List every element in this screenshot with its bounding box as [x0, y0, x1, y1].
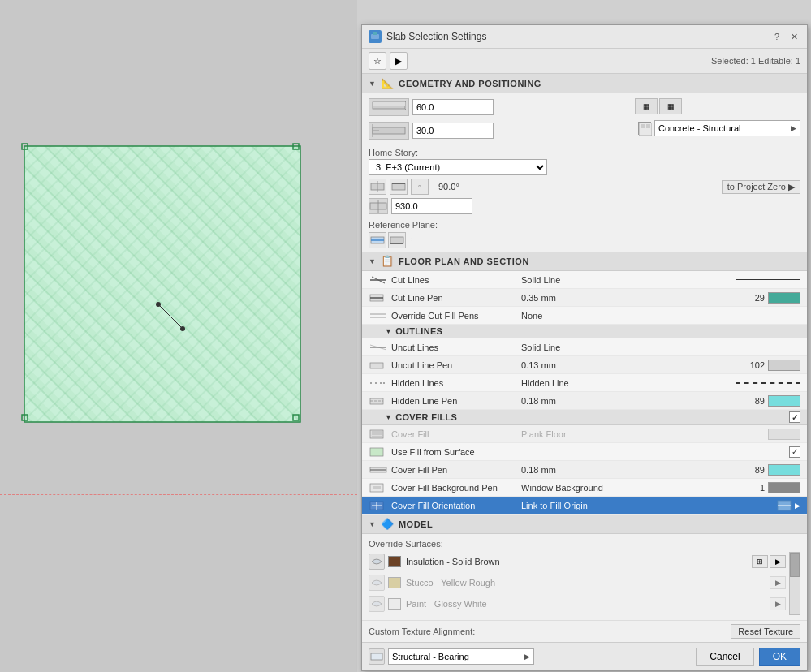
ref-plane-icons: ,: [369, 232, 800, 248]
cover-fill-name: Cover Fill: [391, 429, 521, 439]
cover-fill-bg-pen-right: -1: [744, 482, 800, 493]
ref-plane-icon-2[interactable]: [388, 232, 406, 248]
help-button[interactable]: ?: [772, 32, 782, 41]
cover-fill-bg-pen-swatch[interactable]: [768, 482, 800, 493]
svg-rect-27: [392, 183, 405, 190]
reset-texture-btn[interactable]: Reset Texture: [731, 624, 800, 639]
surfaces-container: Insulation - Solid Brown ⊞ ▶ Stucco - Ye…: [369, 552, 800, 615]
ref-icon-2[interactable]: [390, 179, 408, 195]
surface-color-2: [388, 577, 401, 588]
uncut-lines-name: Uncut Lines: [391, 342, 521, 352]
outlines-label: OUTLINES: [395, 326, 442, 336]
cover-fill-pen-number: 89: [744, 465, 765, 475]
uncut-line-pen-swatch[interactable]: [768, 360, 800, 371]
ref-plane-icon-1[interactable]: [369, 232, 386, 248]
hidden-line-pen-swatch[interactable]: [768, 395, 800, 407]
floor-plan-section-header[interactable]: ▼ 📋 FLOOR PLAN AND SECTION: [362, 252, 807, 271]
cut-lines-value: Solid Line: [521, 275, 736, 285]
dialog-content[interactable]: ▼ 📐 GEOMETRY AND POSITIONING: [362, 74, 807, 642]
canvas-area: [0, 0, 357, 672]
svg-rect-16: [373, 102, 405, 106]
close-button[interactable]: ✕: [788, 32, 800, 42]
material-icon: [638, 122, 651, 135]
bearing-value: Structural - Bearing: [392, 652, 469, 661]
arrow-button[interactable]: ▶: [390, 52, 408, 70]
cut-line-pen-row: Cut Line Pen 0.35 mm 29: [362, 289, 807, 307]
hidden-line-pen-row: Hidden Line Pen 0.18 mm 89: [362, 392, 807, 410]
surface-arrow-btn-3[interactable]: ▶: [770, 597, 786, 610]
use-fill-surface-icon: [369, 446, 391, 459]
use-fill-checkbox[interactable]: [789, 446, 800, 458]
cover-fill-pen-row: Cover Fill Pen 0.18 mm 89: [362, 461, 807, 479]
star-button[interactable]: ☆: [369, 52, 386, 70]
cut-line-pen-name: Cut Line Pen: [391, 293, 521, 303]
use-fill-surface-right: [789, 446, 800, 458]
ref-icon-1[interactable]: [369, 179, 386, 195]
elevation-row: [362, 196, 807, 218]
override-cut-fill-name: Override Cut Fill Pens: [391, 311, 521, 321]
surface-row-1: Insulation - Solid Brown ⊞ ▶: [369, 552, 786, 571]
cover-fill-bg-pen-name: Cover Fill Background Pen: [391, 483, 521, 493]
surface-arrow-btn-2[interactable]: ▶: [770, 576, 786, 589]
hidden-line-pen-number: 89: [744, 396, 765, 406]
cover-fill-pen-swatch[interactable]: [768, 464, 800, 476]
to-project-zero-btn[interactable]: to Project Zero ▶: [722, 180, 800, 194]
surface-btns-2: ▶: [770, 576, 786, 589]
hidden-line-pen-right: 89: [744, 395, 800, 407]
thickness-input[interactable]: [412, 99, 494, 115]
cover-fill-row: Cover Fill Plank Floor: [362, 425, 807, 443]
floor-plan-arrow: ▼: [369, 257, 376, 265]
cover-fill-orientation-name: Cover Fill Orientation: [391, 501, 521, 510]
dashed-line-preview: [736, 382, 800, 384]
svg-rect-23: [641, 124, 645, 128]
cover-fill-value: Plank Floor: [521, 429, 768, 439]
floor-plan-content: Cut Lines Solid Line Cut Line Pen 0.35 m…: [362, 271, 807, 515]
geo-dimensions: [369, 98, 494, 143]
surfaces-scroll-thumb[interactable]: [790, 553, 800, 577]
cover-fill-swatch[interactable]: [768, 429, 800, 440]
ref-plane-comma: ,: [408, 232, 413, 248]
solid-line-preview: [736, 279, 800, 280]
surface-row-3: Paint - Glossy White ▶: [369, 594, 786, 614]
cover-fill-bg-pen-value: Window Background: [521, 483, 744, 493]
svg-rect-5: [24, 146, 300, 422]
model-arrow: ▼: [369, 520, 376, 528]
fill-icon-1[interactable]: ▦: [635, 98, 658, 114]
svg-rect-47: [370, 398, 383, 404]
fill-icon-2[interactable]: ▦: [659, 98, 682, 114]
cover-fill-pen-value: 0.18 mm: [521, 465, 744, 475]
ref-icon-3[interactable]: ⚬: [411, 179, 429, 195]
ok-button[interactable]: OK: [759, 648, 800, 666]
cancel-button[interactable]: Cancel: [696, 648, 753, 666]
texture-row: Custom Texture Alignment: Reset Texture: [362, 620, 807, 642]
cover-fills-checkbox[interactable]: [789, 411, 800, 423]
hidden-lines-icon: [369, 377, 391, 390]
model-section-header[interactable]: ▼ 🔷 MODEL: [362, 515, 807, 534]
surfaces-scrollbar[interactable]: [789, 552, 800, 615]
svg-rect-57: [373, 486, 381, 489]
bearing-dropdown[interactable]: Structural - Bearing ▶: [388, 648, 534, 665]
cut-line-pen-right: 29: [744, 292, 800, 304]
svg-rect-63: [371, 653, 382, 660]
surface-grid-btn-1[interactable]: ⊞: [752, 555, 768, 568]
geometry-content: ▦ ▦ Concrete - Structural ▶: [362, 93, 807, 144]
outlines-arrow: ▼: [385, 327, 392, 335]
surface-arrow-btn-1[interactable]: ▶: [770, 555, 786, 568]
uncut-lines-row: Uncut Lines Solid Line: [362, 338, 807, 356]
home-story-select[interactable]: 3. E+3 (Current): [369, 159, 547, 175]
offset-input[interactable]: [412, 123, 494, 139]
home-story-row: Home Story: 3. E+3 (Current): [362, 144, 807, 177]
dialog-app-icon: [369, 30, 382, 43]
cover-fill-icon: [369, 428, 391, 441]
cover-fill-orientation-row[interactable]: Cover Fill Orientation Link to Fill Orig…: [362, 497, 807, 515]
material-dropdown[interactable]: Concrete - Structural ▶: [654, 120, 800, 136]
elevation-input[interactable]: [391, 198, 472, 214]
cut-line-pen-number: 29: [744, 293, 765, 303]
surface-name-1: Insulation - Solid Brown: [406, 557, 748, 566]
cut-line-pen-swatch[interactable]: [768, 292, 800, 304]
geometry-section-header[interactable]: ▼ 📐 GEOMETRY AND POSITIONING: [362, 74, 807, 93]
thickness-icon: [369, 98, 409, 116]
uncut-line-pen-number: 102: [744, 360, 765, 370]
cut-lines-row: Cut Lines Solid Line: [362, 271, 807, 289]
material-name: Concrete - Structural: [658, 123, 740, 133]
